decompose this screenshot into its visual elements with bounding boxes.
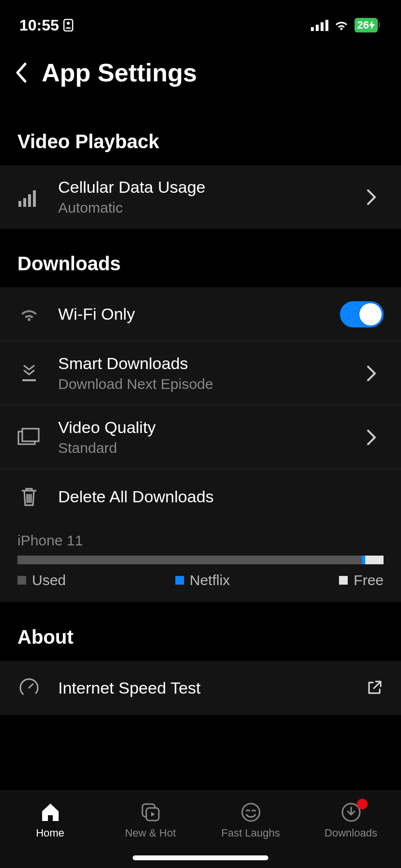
- tab-home-label: Home: [36, 827, 64, 839]
- video-quality-sub: Standard: [58, 440, 349, 456]
- svg-rect-10: [22, 379, 36, 381]
- external-link-icon: [366, 680, 384, 696]
- legend-free: Free: [339, 572, 384, 589]
- smart-downloads-row[interactable]: Smart Downloads Download Next Episode: [0, 341, 401, 405]
- wifi-only-title: Wi-Fi Only: [58, 305, 323, 324]
- svg-point-1: [67, 22, 70, 25]
- storage-bar-free: [365, 556, 384, 564]
- svg-rect-3: [316, 25, 319, 31]
- status-bar: 10:55 26: [0, 0, 401, 44]
- cellular-sub: Automatic: [58, 200, 349, 216]
- svg-rect-2: [311, 27, 314, 31]
- chevron-right-icon: [366, 429, 384, 446]
- chevron-right-icon: [366, 365, 384, 382]
- tab-fast-laughs[interactable]: Fast Laughs: [212, 802, 290, 839]
- wifi-only-row: Wi-Fi Only: [0, 287, 401, 341]
- video-quality-icon: [17, 428, 41, 447]
- cellular-title: Cellular Data Usage: [58, 178, 349, 197]
- cellular-signal-icon: [311, 19, 328, 31]
- wifi-icon: [333, 19, 350, 31]
- status-time: 10:55: [19, 16, 74, 34]
- tab-downloads-label: Downloads: [324, 827, 377, 839]
- header: App Settings: [0, 44, 401, 107]
- smart-downloads-title: Smart Downloads: [58, 354, 349, 373]
- page-title: App Settings: [42, 58, 197, 87]
- smart-downloads-sub: Download Next Episode: [58, 376, 349, 392]
- tab-downloads[interactable]: Downloads: [312, 802, 390, 839]
- battery-indicator: 26: [355, 18, 382, 32]
- speedometer-icon: [17, 677, 41, 698]
- storage-bar-used: [17, 556, 362, 564]
- internet-speed-test-row[interactable]: Internet Speed Test: [0, 661, 401, 715]
- status-time-text: 10:55: [19, 16, 59, 34]
- speed-test-title: Internet Speed Test: [58, 679, 349, 698]
- video-quality-title: Video Quality: [58, 418, 349, 437]
- svg-rect-8: [28, 194, 31, 207]
- storage-legend: Used Netflix Free: [17, 572, 384, 589]
- downloads-badge: [357, 799, 368, 809]
- svg-rect-12: [22, 429, 39, 441]
- chevron-left-icon: [15, 62, 28, 83]
- status-right: 26: [311, 18, 382, 32]
- section-about: About: [0, 602, 401, 661]
- tab-home[interactable]: Home: [12, 802, 89, 839]
- fast-laughs-icon: [241, 802, 261, 823]
- storage-bar: [17, 556, 384, 564]
- home-indicator[interactable]: [133, 855, 268, 860]
- svg-rect-4: [321, 22, 324, 31]
- battery-percent: 26: [357, 19, 369, 31]
- back-button[interactable]: [15, 62, 28, 83]
- trash-icon: [17, 486, 41, 507]
- tab-fast-laughs-label: Fast Laughs: [221, 827, 280, 839]
- svg-rect-9: [33, 190, 36, 207]
- svg-point-17: [242, 804, 260, 821]
- storage-block: iPhone 11 Used Netflix Free: [0, 524, 401, 602]
- wifi-icon: [17, 306, 41, 323]
- new-hot-icon: [140, 802, 161, 823]
- video-quality-row[interactable]: Video Quality Standard: [0, 405, 401, 469]
- delete-all-title: Delete All Downloads: [58, 487, 384, 506]
- svg-rect-5: [325, 20, 328, 31]
- wifi-only-toggle[interactable]: [340, 301, 384, 327]
- svg-rect-7: [23, 198, 26, 207]
- tab-new-hot[interactable]: New & Hot: [112, 802, 189, 839]
- storage-device: iPhone 11: [17, 532, 384, 549]
- profile-indicator-icon: [63, 19, 74, 31]
- cellular-bars-icon: [17, 187, 41, 207]
- tab-bar: Home New & Hot Fast Laughs Downloads: [0, 790, 401, 868]
- svg-rect-0: [64, 19, 73, 31]
- cellular-data-usage-row[interactable]: Cellular Data Usage Automatic: [0, 165, 401, 229]
- storage-bar-netflix: [362, 556, 366, 564]
- section-downloads: Downloads: [0, 229, 401, 287]
- svg-line-14: [29, 684, 33, 688]
- smart-downloads-icon: [17, 363, 41, 384]
- svg-rect-6: [18, 201, 21, 207]
- chevron-right-icon: [366, 188, 384, 206]
- home-icon: [40, 802, 61, 823]
- delete-all-downloads-row[interactable]: Delete All Downloads: [0, 469, 401, 524]
- legend-used: Used: [17, 572, 66, 589]
- tab-new-hot-label: New & Hot: [125, 827, 176, 839]
- legend-netflix: Netflix: [175, 572, 230, 589]
- section-video-playback: Video Playback: [0, 107, 401, 165]
